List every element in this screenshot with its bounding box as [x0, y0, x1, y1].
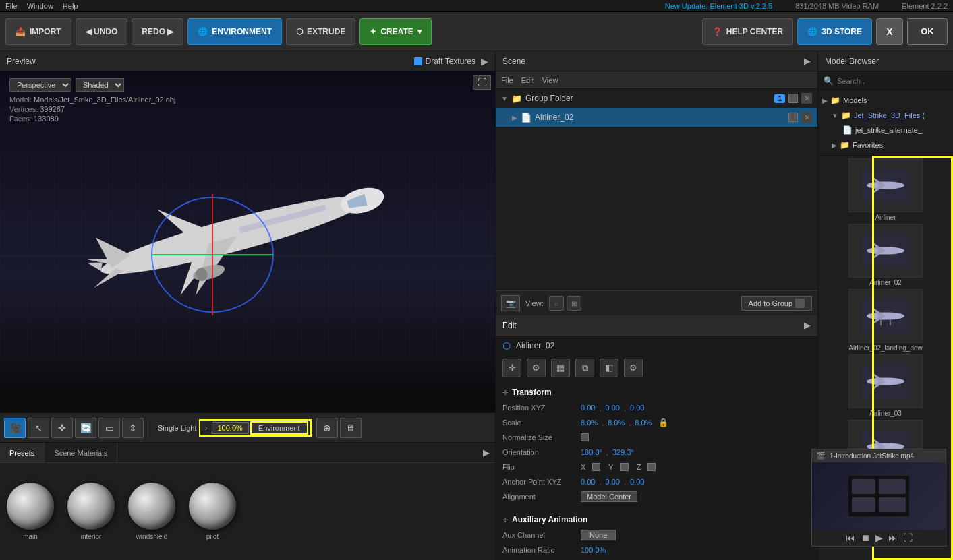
- group-visibility-sq[interactable]: [788, 94, 798, 103]
- presets-content: main interior windshield pilot: [0, 463, 495, 560]
- aux-channel-button[interactable]: None: [581, 530, 616, 540]
- video-play-button[interactable]: ▶: [875, 532, 883, 543]
- search-icon: 🔍: [824, 76, 834, 86]
- help-center-button[interactable]: ❓ HELP CENTER: [702, 18, 793, 45]
- anchor-z-value[interactable]: 0.00: [630, 478, 644, 486]
- anim-ratio-value[interactable]: 100.0%: [581, 546, 606, 554]
- flip-x-checkbox[interactable]: [592, 463, 600, 471]
- draft-textures-area: Draft Textures: [414, 57, 475, 66]
- airliner-visibility-sq[interactable]: [788, 113, 798, 122]
- orient-x-value[interactable]: 180.0°: [581, 448, 602, 456]
- view-opt-circle[interactable]: ○: [549, 296, 564, 311]
- frame-button[interactable]: ▭: [98, 418, 120, 438]
- edit-title: Edit: [502, 321, 517, 330]
- render-button[interactable]: 🖥: [340, 418, 362, 438]
- mb-thumb-airliner02-landing[interactable]: Airliner_02_landing_dow: [821, 289, 950, 352]
- close-button[interactable]: X: [876, 18, 903, 45]
- pos-y-value[interactable]: 0.00: [605, 404, 619, 412]
- extrude-button[interactable]: ⬡ EXTRUDE: [286, 18, 355, 45]
- select-button[interactable]: ↖: [28, 418, 49, 438]
- environment-button[interactable]: 🌐 ENVIRONMENT: [187, 18, 282, 45]
- scene-menu-view[interactable]: View: [542, 76, 558, 84]
- mb-thumb-airliner[interactable]: Airliner: [821, 158, 950, 221]
- airliner-close-button[interactable]: ✕: [801, 112, 812, 123]
- aux-header[interactable]: ✛ Auxiliary Animation: [496, 511, 817, 528]
- pos-x-value[interactable]: 0.00: [581, 404, 595, 412]
- normalize-checkbox[interactable]: [581, 433, 589, 441]
- view-opt-grid[interactable]: ⊞: [567, 296, 581, 311]
- mb-row-favorites[interactable]: ▶ 📁 Favorites: [818, 137, 953, 152]
- scene-expand-button[interactable]: ▶: [804, 56, 811, 66]
- move-button[interactable]: ✛: [51, 418, 73, 438]
- environment-view-button[interactable]: Environment: [250, 421, 308, 435]
- group-folder-icon: 📁: [511, 94, 522, 104]
- mb-row-jetstrike[interactable]: ▼ 📁 Jet_Strike_3D_Files (: [818, 108, 953, 123]
- mb-thumb-airliner02[interactable]: Airliner_02: [821, 224, 950, 286]
- material-ball-windshield: [128, 483, 175, 530]
- material-interior[interactable]: interior: [67, 483, 115, 540]
- scale-z-value[interactable]: 8.0%: [635, 418, 652, 427]
- 3d-store-button[interactable]: 🌐 3D STORE: [797, 18, 872, 45]
- video-skip-back-button[interactable]: ⏮: [846, 532, 855, 543]
- video-thumbnail[interactable]: [812, 462, 946, 530]
- import-button[interactable]: 📥 IMPORT: [5, 18, 71, 45]
- scene-row-airliner[interactable]: ▶ 📄 Airliner_02 ✕: [496, 108, 817, 127]
- transform-button[interactable]: ⇕: [122, 418, 144, 438]
- edit-move-icon[interactable]: ✛: [502, 359, 521, 377]
- maximize-button[interactable]: ⛶: [473, 75, 491, 90]
- flip-z-checkbox[interactable]: [647, 463, 656, 471]
- redo-button[interactable]: REDO ▶: [132, 18, 183, 45]
- scale-y-value[interactable]: 8.0%: [608, 418, 625, 427]
- video-fullscreen-button[interactable]: ⛶: [903, 532, 913, 543]
- mb-row-alternate[interactable]: 📄 jet_strike_alternate_: [818, 123, 953, 137]
- anchor-y-value[interactable]: 0.00: [605, 478, 619, 486]
- scene-row-group-folder[interactable]: ▼ 📁 Group Folder 1 ✕: [496, 89, 817, 108]
- tab-presets[interactable]: Presets: [0, 443, 45, 462]
- edit-copy-icon[interactable]: ⧉: [575, 359, 594, 377]
- material-windshield[interactable]: windshield: [128, 483, 175, 540]
- rotate-button[interactable]: 🔄: [75, 418, 96, 438]
- airliner-icon: 📄: [521, 113, 531, 123]
- menu-help[interactable]: Help: [63, 2, 78, 10]
- scene-menu-edit[interactable]: Edit: [521, 76, 534, 84]
- add-to-group-button[interactable]: Add to Group: [741, 296, 812, 311]
- scale-x-value[interactable]: 8.0%: [581, 418, 598, 427]
- mb-thumb-airliner03[interactable]: Airliner_03: [821, 354, 950, 417]
- perspective-select[interactable]: Perspective: [9, 78, 71, 92]
- video-title: 1-Introduction JetStrike.mp4: [830, 452, 914, 460]
- add-to-group-checkbox: [795, 299, 805, 308]
- pos-z-value[interactable]: 0.00: [630, 404, 644, 412]
- ok-button[interactable]: OK: [907, 18, 948, 45]
- target-button[interactable]: ⊕: [316, 418, 338, 438]
- create-button[interactable]: ✦ CREATE ▾: [359, 18, 431, 45]
- edit-texture-icon[interactable]: ◧: [600, 359, 618, 377]
- presets-expand-button[interactable]: ▶: [483, 447, 490, 458]
- group-close-button[interactable]: ✕: [801, 93, 812, 104]
- shade-select[interactable]: Shaded: [76, 78, 124, 92]
- tab-scene-materials[interactable]: Scene Materials: [45, 443, 117, 462]
- undo-button[interactable]: ◀ UNDO: [76, 18, 128, 45]
- transform-header[interactable]: ✛ Transform: [496, 384, 817, 400]
- flip-y-checkbox[interactable]: [620, 463, 629, 471]
- viewport-area[interactable]: Perspective Shaded Model: Models/Jet_Str…: [0, 71, 495, 412]
- transform-title: Transform: [512, 387, 552, 397]
- preview-expand-button[interactable]: ▶: [481, 56, 488, 67]
- alignment-button[interactable]: Model Center: [581, 491, 637, 502]
- edit-settings-icon[interactable]: ⚙: [527, 359, 546, 377]
- scene-menu-file[interactable]: File: [501, 76, 513, 84]
- mb-row-models[interactable]: ▶ 📁 Models: [818, 93, 953, 108]
- menu-file[interactable]: File: [5, 2, 18, 10]
- camera-icon-button[interactable]: 📷: [501, 295, 520, 311]
- video-stop-button[interactable]: ⏹: [861, 532, 870, 543]
- edit-more-icon[interactable]: ⚙: [624, 359, 643, 377]
- material-main[interactable]: main: [7, 483, 54, 540]
- search-input[interactable]: [837, 77, 948, 85]
- edit-grid-icon[interactable]: ▦: [551, 359, 570, 377]
- edit-expand-button[interactable]: ▶: [804, 320, 811, 330]
- video-skip-forward-button[interactable]: ⏭: [888, 532, 898, 543]
- material-pilot[interactable]: pilot: [189, 483, 236, 540]
- anchor-x-value[interactable]: 0.00: [581, 478, 595, 486]
- menu-window[interactable]: Window: [27, 2, 53, 10]
- camera-mode-button[interactable]: 🎥: [4, 418, 26, 438]
- orient-y-value[interactable]: 329.3°: [612, 448, 634, 456]
